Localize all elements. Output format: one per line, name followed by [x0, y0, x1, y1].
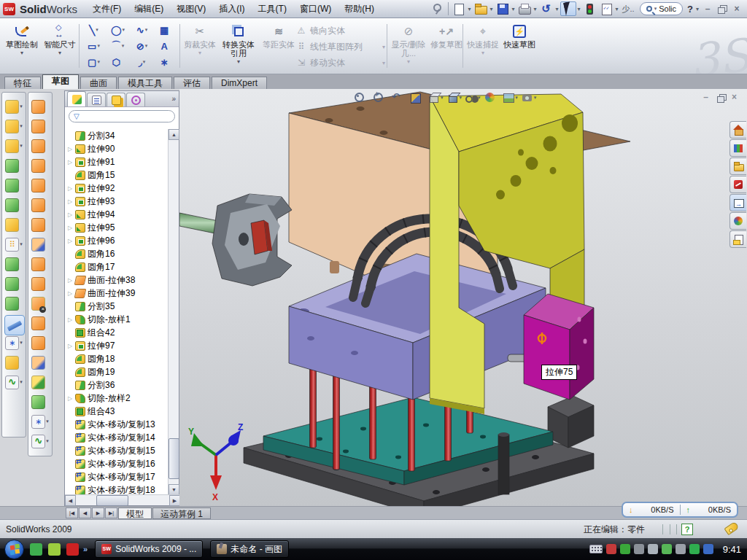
reference-point[interactable]: [5, 336, 19, 350]
toolbox[interactable]: [729, 176, 746, 193]
doc-restore-button[interactable]: [714, 92, 726, 102]
surface-planar[interactable]: [31, 218, 45, 232]
reference-plane[interactable]: [5, 356, 19, 370]
zoom-to-area[interactable]: ▾: [372, 90, 389, 105]
repair-sketch-button[interactable]: +↗ 修复草图: [429, 20, 464, 71]
combine-bodies[interactable]: [5, 297, 19, 311]
menu-item[interactable]: 工具(T): [252, 0, 293, 18]
expand-arrow-icon[interactable]: ▷: [67, 211, 73, 218]
fillet[interactable]: [5, 139, 19, 153]
trim-entities-button[interactable]: ✂ 剪裁实体 ▾: [182, 20, 217, 71]
point[interactable]: ∗ ▾: [154, 54, 178, 70]
sprue-bushing-part[interactable]: [179, 194, 292, 286]
surface-mid[interactable]: [31, 179, 45, 192]
toolbar-overflow[interactable]: 少..: [620, 4, 637, 15]
reference-point-2[interactable]: [31, 415, 45, 429]
draft[interactable]: [5, 198, 19, 212]
doc-close-button[interactable]: ×: [732, 92, 737, 102]
help-button[interactable]: ?: [686, 4, 694, 15]
surface-fill[interactable]: [31, 198, 45, 212]
surface-sweep[interactable]: [31, 100, 45, 114]
spline[interactable]: ∿ ▾: [130, 22, 154, 38]
tag-icon[interactable]: [724, 521, 739, 535]
tree-item[interactable]: ▷ 拉伸97: [65, 339, 169, 352]
rapid-sketch-button[interactable]: ⚡ 快速草图: [502, 20, 537, 71]
expand-arrow-icon[interactable]: ▷: [67, 395, 73, 402]
expand-arrow-icon[interactable]: ▷: [67, 238, 73, 244]
tree-item[interactable]: ▷ 圆角19: [65, 365, 169, 378]
mirror-feature[interactable]: [5, 277, 19, 291]
view-orientation[interactable]: ▾: [427, 90, 444, 105]
surface-trim[interactable]: [31, 139, 45, 153]
command-tab[interactable]: 模具工具: [118, 77, 172, 89]
expand-arrow-icon[interactable]: ▷: [67, 290, 73, 297]
select-tool-button[interactable]: [560, 1, 576, 16]
expand-arrow-icon[interactable]: ▷: [67, 225, 73, 231]
rebuild-button[interactable]: [582, 1, 598, 16]
hide-show-items[interactable]: ▾: [465, 90, 481, 105]
display-style[interactable]: ▾: [446, 90, 463, 105]
window-paint[interactable]: 未命名 - 画图: [210, 540, 289, 558]
expand-arrow-icon[interactable]: ▷: [67, 159, 73, 166]
ellipse[interactable]: ⊘ ▾: [130, 38, 154, 54]
tab-dimxpertmanager[interactable]: [126, 93, 145, 106]
rectangle[interactable]: ▭ ▾: [82, 38, 106, 54]
slide-block[interactable]: [524, 294, 594, 400]
print-button[interactable]: [516, 1, 533, 16]
surface-offset[interactable]: [31, 257, 45, 271]
graphics-area[interactable]: Y Z X ▾ ▾ ▾: [179, 89, 747, 506]
scroll-up-button[interactable]: ▲: [169, 129, 179, 140]
spline-curve[interactable]: [5, 376, 19, 389]
offset-entities-button[interactable]: ≋ 等距实体: [261, 20, 296, 71]
search-box[interactable]: ▾ Solic: [640, 2, 683, 15]
tree-item[interactable]: ▷ 实体-移动/复制17: [65, 470, 169, 483]
hole-wizard[interactable]: [5, 218, 19, 232]
tab-configurationmanager[interactable]: [107, 93, 125, 106]
undo-button[interactable]: ↺: [538, 1, 554, 16]
extruded-boss[interactable]: [5, 120, 19, 133]
smart-dimension-button[interactable]: 智能尺寸 ▾: [42, 20, 77, 71]
command-tab[interactable]: 草图: [42, 74, 79, 89]
surface-flex[interactable]: [31, 356, 45, 370]
tree-item[interactable]: ▷ 实体-移动/复制18: [65, 483, 169, 495]
extruded-cut[interactable]: [5, 100, 19, 114]
tree-item[interactable]: ▷ 拉伸96: [65, 234, 169, 247]
minimize-button[interactable]: –: [700, 3, 715, 15]
tree-item[interactable]: ▷ 组合43: [65, 405, 169, 418]
custom-properties[interactable]: [729, 230, 746, 248]
expand-arrow-icon[interactable]: ▷: [67, 198, 73, 205]
shell[interactable]: [5, 179, 19, 192]
tree-item[interactable]: ▷ 拉伸92: [65, 182, 169, 195]
pushpin-icon[interactable]: [430, 1, 446, 16]
view-settings[interactable]: ▾: [521, 90, 538, 105]
save-button[interactable]: [495, 1, 511, 16]
tab-nav-button[interactable]: |◀: [66, 508, 78, 518]
new-document-button[interactable]: [451, 1, 467, 16]
tree-item[interactable]: ▷ 组合42: [65, 326, 169, 339]
tree-item[interactable]: ▷ 实体-移动/复制15: [65, 444, 169, 457]
menu-item[interactable]: 窗口(W): [293, 0, 338, 18]
spline-curve-2[interactable]: [31, 435, 45, 448]
menu-item[interactable]: 插入(I): [212, 0, 251, 18]
surface-boundary[interactable]: [31, 238, 45, 252]
text-tool[interactable]: A ▾: [154, 38, 178, 54]
quick-snaps-button[interactable]: ⌖ 快速捕捉 ▾: [465, 20, 500, 71]
surface-fillet[interactable]: [31, 376, 45, 389]
tree-item[interactable]: ▷ 拉伸95: [65, 221, 169, 234]
tab-nav-button[interactable]: ▶: [92, 508, 104, 518]
updater[interactable]: [634, 544, 644, 554]
tree-item[interactable]: ▷ 曲面-拉伸39: [65, 287, 169, 300]
menu-item[interactable]: 编辑(E): [128, 0, 170, 18]
swept-boss[interactable]: [5, 159, 19, 173]
expand-arrow-icon[interactable]: ▷: [67, 146, 73, 152]
tree-item[interactable]: ▷ 曲面-拉伸38: [65, 273, 169, 287]
mirror-entities[interactable]: ⚠ 镜向实体 ▾: [296, 23, 385, 39]
health-guard[interactable]: [689, 544, 700, 554]
security-center[interactable]: [620, 544, 630, 554]
search-input[interactable]: Solic: [659, 4, 676, 13]
menu-item[interactable]: 文件(F): [86, 0, 128, 18]
doc-minimize-button[interactable]: –: [703, 92, 708, 102]
tree-item[interactable]: ▷ 拉伸93: [65, 195, 169, 208]
antivirus[interactable]: [606, 544, 616, 554]
tree-item[interactable]: ▷ 分割36: [65, 378, 169, 392]
